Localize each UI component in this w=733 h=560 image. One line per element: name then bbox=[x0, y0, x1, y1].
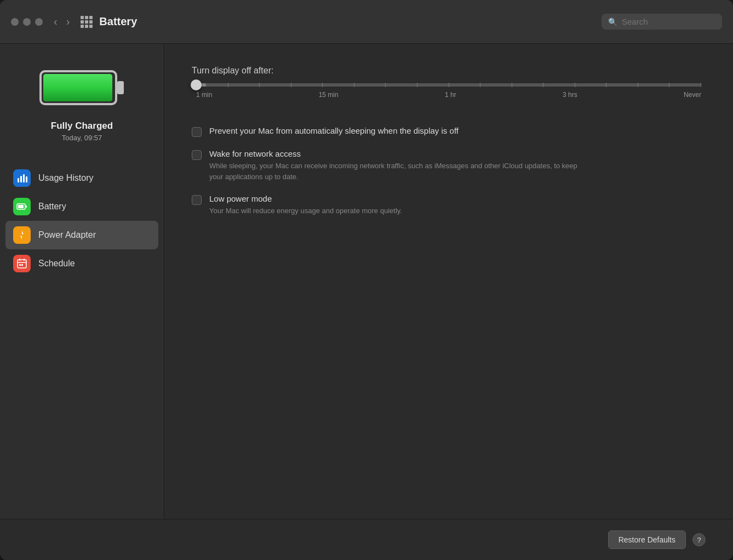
grid-icon[interactable] bbox=[81, 16, 93, 28]
search-icon: 🔍 bbox=[608, 18, 617, 26]
slider-labels: 1 min 15 min 1 hr 3 hrs Never bbox=[196, 91, 701, 99]
right-panel: Turn display off after: bbox=[164, 44, 733, 519]
sidebar-item-schedule[interactable]: Schedule bbox=[5, 249, 158, 278]
nav-arrows: ‹ › bbox=[51, 13, 72, 30]
slider-label-15min: 15 min bbox=[319, 91, 339, 99]
sidebar-nav: Usage History Battery Power Adapter bbox=[0, 164, 164, 278]
svg-rect-8 bbox=[26, 176, 27, 182]
low-power-label: Low power mode bbox=[209, 194, 402, 203]
slider-label-3hrs: 3 hrs bbox=[563, 91, 577, 99]
slider-label-never: Never bbox=[684, 91, 701, 99]
low-power-row: Low power mode Your Mac will reduce ener… bbox=[192, 194, 706, 216]
minimize-button[interactable] bbox=[23, 18, 31, 26]
wake-network-checkbox[interactable] bbox=[192, 150, 202, 160]
battery-status-title: Fully Charged bbox=[51, 121, 113, 132]
maximize-button[interactable] bbox=[35, 18, 43, 26]
svg-rect-5 bbox=[18, 178, 19, 182]
main-window: ‹ › Battery 🔍 bbox=[0, 0, 733, 560]
svg-rect-17 bbox=[19, 264, 21, 266]
slider-label-1min: 1 min bbox=[196, 91, 212, 99]
prevent-sleep-label: Prevent your Mac from automatically slee… bbox=[209, 126, 459, 135]
restore-defaults-button[interactable]: Restore Defaults bbox=[608, 530, 686, 549]
svg-rect-18 bbox=[21, 264, 23, 266]
traffic-lights bbox=[11, 18, 43, 26]
usage-history-label: Usage History bbox=[38, 173, 93, 183]
svg-rect-13 bbox=[18, 260, 26, 268]
content-area: Fully Charged Today, 09:57 Usage History bbox=[0, 44, 733, 519]
back-button[interactable]: ‹ bbox=[51, 13, 60, 30]
sidebar: Fully Charged Today, 09:57 Usage History bbox=[0, 44, 164, 519]
battery-nav-label: Battery bbox=[38, 202, 66, 212]
svg-rect-1 bbox=[117, 81, 124, 94]
slider-label-1hr: 1 hr bbox=[445, 91, 456, 99]
close-button[interactable] bbox=[11, 18, 19, 26]
slider-label: Turn display off after: bbox=[192, 66, 706, 76]
battery-status: Fully Charged Today, 09:57 bbox=[51, 121, 113, 142]
prevent-sleep-label-group: Prevent your Mac from automatically slee… bbox=[209, 126, 459, 135]
battery-status-time: Today, 09:57 bbox=[51, 134, 113, 142]
wake-network-row: Wake for network access While sleeping, … bbox=[192, 149, 706, 182]
wake-network-label-group: Wake for network access While sleeping, … bbox=[209, 149, 593, 182]
battery-nav-icon bbox=[13, 198, 31, 215]
bottom-bar: Restore Defaults ? bbox=[0, 519, 733, 560]
schedule-icon bbox=[13, 255, 31, 272]
svg-rect-11 bbox=[18, 205, 24, 208]
power-adapter-label: Power Adapter bbox=[38, 230, 96, 240]
svg-rect-7 bbox=[23, 174, 25, 182]
titlebar: ‹ › Battery 🔍 bbox=[0, 0, 733, 44]
prevent-sleep-row: Prevent your Mac from automatically slee… bbox=[192, 126, 706, 137]
schedule-label: Schedule bbox=[38, 259, 75, 268]
svg-rect-6 bbox=[20, 176, 22, 182]
search-bar[interactable]: 🔍 bbox=[602, 14, 722, 30]
low-power-checkbox[interactable] bbox=[192, 195, 202, 205]
svg-rect-10 bbox=[25, 205, 27, 208]
wake-network-label: Wake for network access bbox=[209, 149, 593, 158]
sidebar-item-battery[interactable]: Battery bbox=[5, 192, 158, 221]
checkboxes-section: Prevent your Mac from automatically slee… bbox=[192, 126, 706, 228]
prevent-sleep-checkbox[interactable] bbox=[192, 127, 202, 137]
low-power-desc: Your Mac will reduce energy usage and op… bbox=[209, 205, 402, 216]
sidebar-item-power-adapter[interactable]: Power Adapter bbox=[5, 221, 158, 249]
battery-icon bbox=[38, 66, 126, 110]
svg-marker-12 bbox=[20, 231, 24, 239]
window-title: Battery bbox=[99, 15, 350, 28]
help-button[interactable]: ? bbox=[692, 533, 706, 546]
sidebar-item-usage-history[interactable]: Usage History bbox=[5, 164, 158, 192]
power-adapter-icon bbox=[13, 226, 31, 244]
slider-section: Turn display off after: bbox=[192, 66, 706, 99]
forward-button[interactable]: › bbox=[64, 13, 72, 30]
svg-rect-4 bbox=[43, 74, 112, 101]
low-power-label-group: Low power mode Your Mac will reduce ener… bbox=[209, 194, 402, 216]
battery-icon-container bbox=[38, 66, 126, 112]
usage-history-icon bbox=[13, 169, 31, 187]
wake-network-desc: While sleeping, your Mac can receive inc… bbox=[209, 161, 593, 182]
search-input[interactable] bbox=[622, 17, 715, 26]
slider-thumb[interactable] bbox=[191, 79, 202, 90]
slider-track[interactable] bbox=[196, 83, 701, 87]
